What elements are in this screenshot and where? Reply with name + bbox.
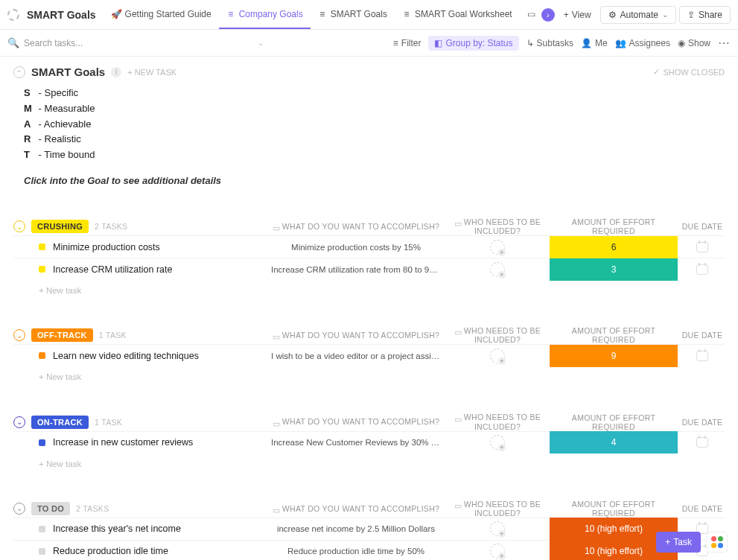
me-button[interactable]: 👤Me	[581, 38, 608, 48]
col-due[interactable]: DUE DATE	[680, 418, 725, 427]
task-effort[interactable]: 4	[550, 431, 678, 454]
status-square-icon[interactable]	[39, 266, 45, 273]
task-accomplish[interactable]: increase net income by 2.5 Million Dolla…	[267, 524, 445, 533]
task-effort[interactable]: 3	[550, 258, 678, 281]
add-view-button[interactable]: + View	[558, 10, 597, 20]
task-included[interactable]	[445, 240, 550, 255]
task-name[interactable]: Increase this year's net income	[53, 524, 181, 534]
hint-text: Click into the Goal to see additional de…	[24, 175, 725, 186]
view-tab-label: Company Goals	[239, 9, 303, 19]
status-pill[interactable]: ON-TRACK	[31, 416, 89, 429]
col-effort[interactable]: AMOUNT OF EFFORT REQUIRED	[550, 326, 678, 344]
task-row[interactable]: Increase this year's net income increase…	[13, 518, 725, 540]
col-due[interactable]: DUE DATE	[680, 331, 725, 340]
task-name[interactable]: Minimize production costs	[53, 242, 160, 252]
task-effort[interactable]: 9	[550, 345, 678, 367]
col-effort[interactable]: AMOUNT OF EFFORT REQUIRED	[550, 413, 678, 431]
status-pill[interactable]: CRUSHING	[31, 220, 89, 233]
task-row[interactable]: Learn new video editing techniques I wis…	[13, 344, 725, 366]
collapse-toggle-icon[interactable]	[13, 66, 25, 78]
col-due[interactable]: DUE DATE	[680, 222, 725, 231]
col-included[interactable]: ▭WHO NEEDS TO BE INCLUDED?	[445, 413, 550, 430]
task-accomplish[interactable]: Reduce production idle time by 50%	[267, 547, 445, 556]
task-accomplish[interactable]: I wish to be a video editor or a project…	[267, 351, 445, 360]
group-by-button[interactable]: ◧Group by: Status	[428, 36, 518, 51]
show-button[interactable]: ◉Show	[678, 38, 710, 48]
new-task-button[interactable]: + NEW TASK	[127, 68, 176, 77]
task-name[interactable]: Learn new video editing techniques	[53, 351, 199, 361]
task-due[interactable]	[680, 437, 725, 448]
collapse-group-icon[interactable]: ⌄	[13, 503, 25, 515]
status-pill[interactable]: TO DO	[31, 502, 70, 515]
task-due[interactable]	[680, 351, 725, 361]
task-included[interactable]	[445, 349, 550, 363]
task-included[interactable]	[445, 544, 550, 559]
col-included[interactable]: ▭WHO NEEDS TO BE INCLUDED?	[445, 217, 550, 235]
task-row[interactable]: Increase CRM utilization rate Increase C…	[13, 258, 725, 280]
status-square-icon[interactable]	[39, 439, 45, 446]
search-input[interactable]: 🔍 Search tasks...	[7, 37, 134, 48]
add-assignee-icon[interactable]	[490, 262, 505, 277]
task-included[interactable]	[445, 521, 550, 536]
task-name[interactable]: Reduce production idle time	[53, 546, 168, 556]
task-effort[interactable]: 6	[550, 236, 678, 258]
share-label: Share	[699, 10, 722, 20]
col-accomplish[interactable]: ▭WHAT DO YOU WANT TO ACCOMPLISH?	[267, 504, 445, 513]
col-included[interactable]: ▭WHO NEEDS TO BE INCLUDED?	[445, 326, 550, 344]
add-assignee-icon[interactable]	[490, 349, 505, 363]
new-task-inline[interactable]: + New task	[13, 366, 725, 381]
col-due[interactable]: DUE DATE	[680, 504, 725, 513]
toolbar: 🔍 Search tasks... ⌄ ≡Filter ◧Group by: S…	[0, 30, 738, 57]
task-accomplish[interactable]: Increase CRM utilization rate from 80 to…	[267, 265, 445, 274]
automate-button[interactable]: ⚙ Automate ⌄	[600, 6, 676, 24]
view-tab-goal-effort[interactable]: ▭Goal Effort	[520, 0, 538, 29]
view-tab-smart-goals[interactable]: ≡SMART Goals	[311, 0, 395, 29]
col-accomplish[interactable]: ▭WHAT DO YOU WANT TO ACCOMPLISH?	[267, 222, 445, 231]
task-row[interactable]: Minimize production costs Minimize produ…	[13, 235, 725, 258]
more-views-icon[interactable]: ›	[541, 8, 555, 22]
col-effort[interactable]: AMOUNT OF EFFORT REQUIRED	[550, 217, 678, 235]
task-due[interactable]	[680, 264, 725, 275]
status-square-icon[interactable]	[39, 352, 45, 359]
col-effort[interactable]: AMOUNT OF EFFORT REQUIRED	[550, 500, 678, 518]
add-assignee-icon[interactable]	[490, 240, 505, 255]
status-square-icon[interactable]	[39, 244, 45, 250]
add-assignee-icon[interactable]	[490, 435, 505, 450]
collapse-group-icon[interactable]: ⌄	[13, 329, 25, 341]
task-name[interactable]: Increase in new customer reviews	[53, 437, 193, 448]
definition-row: S - Specific	[24, 86, 725, 101]
status-square-icon[interactable]	[39, 526, 45, 532]
view-tab-company-goals[interactable]: ≡Company Goals	[219, 0, 311, 29]
col-accomplish[interactable]: ▭WHAT DO YOU WANT TO ACCOMPLISH?	[267, 417, 445, 426]
view-tab-getting-started-guide[interactable]: 🚀Getting Started Guide	[105, 0, 219, 29]
share-button[interactable]: ⇪ Share	[679, 6, 731, 24]
apps-button[interactable]	[707, 532, 728, 553]
collapse-group-icon[interactable]: ⌄	[13, 220, 25, 232]
more-menu-icon[interactable]: ⋯	[718, 36, 731, 50]
info-icon[interactable]: i	[111, 67, 121, 77]
assignees-button[interactable]: 👥Assignees	[615, 38, 670, 48]
task-accomplish[interactable]: Increase New Customer Reviews by 30% Yea…	[267, 438, 445, 447]
add-assignee-icon[interactable]	[490, 521, 505, 536]
task-row[interactable]: Reduce production idle time Reduce produ…	[13, 540, 725, 560]
task-included[interactable]	[445, 435, 550, 450]
status-pill[interactable]: OFF-TRACK	[31, 328, 93, 342]
new-task-inline[interactable]: + New task	[13, 454, 725, 468]
collapse-group-icon[interactable]: ⌄	[13, 416, 25, 428]
add-assignee-icon[interactable]	[490, 544, 505, 559]
chevron-down-icon[interactable]: ⌄	[258, 39, 264, 47]
view-tab-smart-goal-worksheet[interactable]: ≡SMART Goal Worksheet	[395, 0, 520, 29]
col-accomplish[interactable]: ▭WHAT DO YOU WANT TO ACCOMPLISH?	[267, 331, 445, 340]
col-included[interactable]: ▭WHO NEEDS TO BE INCLUDED?	[445, 500, 550, 518]
task-name[interactable]: Increase CRM utilization rate	[53, 264, 172, 275]
status-square-icon[interactable]	[39, 548, 45, 555]
new-task-inline[interactable]: + New task	[13, 280, 725, 295]
task-included[interactable]	[445, 262, 550, 277]
task-row[interactable]: Increase in new customer reviews Increas…	[13, 431, 725, 454]
show-closed-button[interactable]: ✓SHOW CLOSED	[653, 67, 725, 77]
create-task-button[interactable]: + Task	[656, 532, 701, 553]
task-accomplish[interactable]: Minimize production costs by 15%	[267, 243, 445, 252]
task-due[interactable]	[680, 242, 725, 252]
filter-button[interactable]: ≡Filter	[393, 38, 422, 48]
subtasks-button[interactable]: ↳Subtasks	[527, 38, 573, 48]
